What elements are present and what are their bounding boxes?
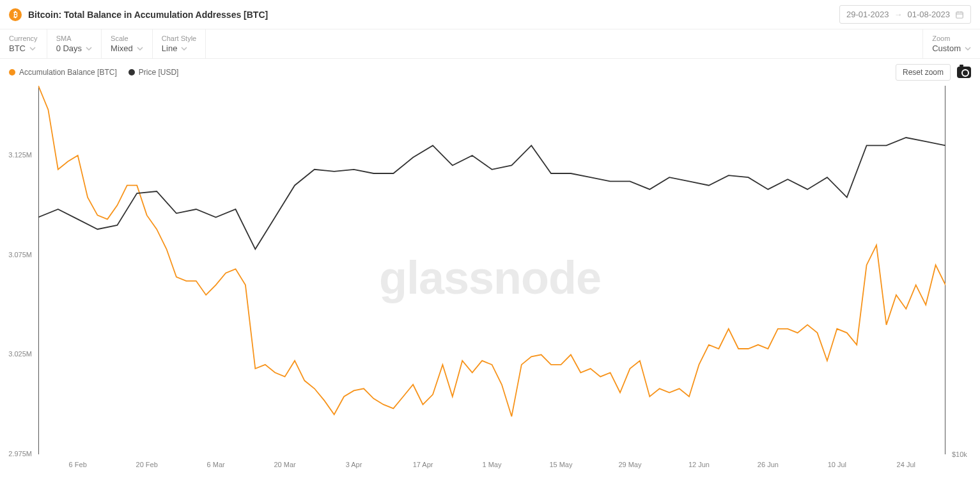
y-tick-label: 3.025M [8,350,32,358]
chevron-down-icon [965,45,971,52]
sma-selector[interactable]: SMA 0 Days [47,29,102,58]
legend-label: Price [USD] [139,68,179,77]
chevron-down-icon [29,45,36,52]
x-tick-label: 6 Mar [207,461,225,468]
x-tick-label: 20 Mar [274,461,295,468]
toolbar: Currency BTC SMA 0 Days Scale Mixed Char… [0,29,980,59]
x-tick-label: 24 Jul [897,461,915,468]
svg-rect-0 [956,12,963,17]
zoom-label: Zoom [932,35,971,42]
x-tick-label: 15 May [549,461,572,468]
x-tick-label: 10 Jul [828,461,846,468]
x-tick-label: 12 Jun [688,461,710,468]
chevron-down-icon [137,45,143,52]
legend-label: Accumulation Balance [BTC] [19,68,117,77]
chevron-down-icon [86,45,92,52]
titlebar: ₿ Bitcoin: Total Balance in Accumulation… [0,0,980,29]
y-tick-label: 3.125M [8,151,32,159]
bitcoin-icon: ₿ [9,8,22,21]
y-right-tick-label: $10k [952,450,967,458]
series-line [38,86,945,417]
reset-zoom-button[interactable]: Reset zoom [896,64,951,81]
chart-svg [38,86,945,454]
sma-label: SMA [56,35,92,42]
toolbar-spacer [206,29,923,58]
camera-icon[interactable] [957,67,971,78]
y-tick-label: 3.075M [8,251,32,259]
series-line [38,138,945,249]
y-axis-left-labels: 2.975M3.025M3.075M3.125M [0,86,36,454]
legend: Accumulation Balance [BTC] Price [USD] [9,68,178,77]
x-axis-labels: 6 Feb20 Feb6 Mar20 Mar3 Apr17 Apr1 May15… [38,461,945,474]
legend-swatch [9,69,15,76]
y-axis-right-labels: $10k [948,86,980,454]
chart-title: Bitcoin: Total Balance in Accumulation A… [28,10,268,20]
zoom-selector[interactable]: Zoom Custom [923,29,980,58]
date-to: 01-08-2023 [908,10,951,19]
zoom-value: Custom [932,44,961,53]
y-tick-label: 2.975M [8,450,32,458]
chart-style-value: Line [162,44,178,53]
legend-swatch [128,69,135,76]
legend-row: Accumulation Balance [BTC] Price [USD] R… [0,59,980,86]
chart-area[interactable]: glassnode 2.975M3.025M3.075M3.125M $10k … [0,86,980,480]
chart-style-label: Chart Style [162,35,196,42]
scale-label: Scale [111,35,143,42]
x-tick-label: 6 Feb [69,461,87,468]
legend-item-accumulation[interactable]: Accumulation Balance [BTC] [9,68,117,77]
date-from: 29-01-2023 [846,10,889,19]
currency-selector[interactable]: Currency BTC [0,29,47,58]
x-tick-label: 17 Apr [413,461,433,468]
scale-value: Mixed [111,44,133,53]
calendar-icon [955,10,964,19]
x-tick-label: 29 May [618,461,641,468]
x-tick-label: 3 Apr [346,461,362,468]
currency-value: BTC [9,44,26,53]
title-left: ₿ Bitcoin: Total Balance in Accumulation… [9,8,268,21]
date-range-picker[interactable]: 29-01-2023 → 01-08-2023 [839,5,971,24]
chart-style-selector[interactable]: Chart Style Line [153,29,206,58]
scale-selector[interactable]: Scale Mixed [102,29,153,58]
x-tick-label: 20 Feb [136,461,158,468]
x-tick-label: 1 May [483,461,502,468]
currency-label: Currency [9,35,38,42]
arrow-right-icon: → [894,10,903,19]
x-tick-label: 26 Jun [758,461,779,468]
legend-item-price[interactable]: Price [USD] [128,68,179,77]
sma-value: 0 Days [56,44,82,53]
chevron-down-icon [181,45,187,52]
